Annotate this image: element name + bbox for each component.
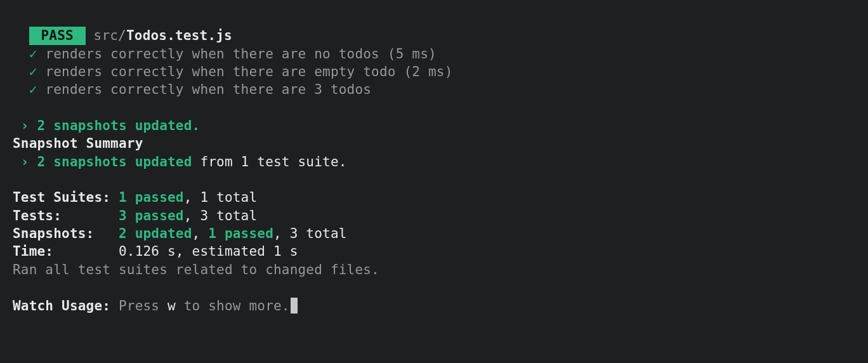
stat-value: 0.126 s, estimated 1 s — [119, 244, 298, 259]
test-results-list: ✓ renders correctly when there are no to… — [13, 45, 855, 99]
snapshots-updated-line: › 2 snapshots updated. — [13, 117, 855, 135]
stat-rest: , 1 total — [184, 190, 258, 205]
cursor-icon — [291, 298, 298, 313]
watch-rest: to show more. — [176, 298, 290, 314]
blank-line — [13, 171, 855, 188]
stat-rest: , 3 total — [184, 208, 258, 223]
test-timing: (2 ms) — [396, 64, 453, 79]
stat-label: Test Suites: — [13, 190, 119, 205]
stat-passed: 1 passed — [208, 226, 273, 241]
stat-label: Tests: — [13, 208, 119, 223]
test-result-row: ✓ renders correctly when there are no to… — [13, 45, 855, 63]
test-name: renders correctly when there are 3 todos — [45, 82, 371, 97]
stat-tests: Tests: 3 passed, 3 total — [13, 207, 855, 225]
test-result-row: ✓ renders correctly when there are 3 tod… — [13, 81, 855, 98]
snapshot-summary-label: Snapshot Summary — [13, 135, 855, 152]
stat-updated: 2 updated — [119, 226, 192, 241]
snapshot-updated-word: updated — [135, 154, 192, 169]
pass-badge: PASS — [29, 27, 86, 44]
file-path-name: Todos.test.js — [126, 28, 232, 43]
watch-label: Watch Usage: — [13, 298, 110, 314]
watch-usage-line[interactable]: Watch Usage: Press w to show more. — [13, 297, 855, 315]
test-result-row: ✓ renders correctly when there are empty… — [13, 63, 855, 81]
stat-rest: , 3 total — [273, 226, 347, 241]
snapshot-marker: › — [13, 118, 37, 133]
blank-line — [13, 279, 855, 296]
watch-press: Press — [110, 298, 168, 314]
test-file-header: PASS src/Todos.test.js — [13, 9, 855, 45]
file-path-prefix — [86, 28, 94, 43]
stat-passed: 1 passed — [119, 190, 184, 205]
blank-line — [13, 99, 855, 117]
test-timing: (5 ms) — [379, 46, 437, 62]
snapshot-marker: › — [13, 154, 37, 169]
check-icon: ✓ — [29, 46, 37, 62]
snapshot-suffix: from 1 test suite. — [192, 154, 347, 169]
test-name: renders correctly when there are empty t… — [45, 64, 395, 79]
stat-passed: 3 passed — [119, 208, 184, 223]
watch-key: w — [168, 298, 176, 314]
stat-time: Time: 0.126 s, estimated 1 s — [13, 242, 855, 260]
stat-label: Snapshots: — [13, 226, 119, 241]
ran-line: Ran all test suites related to changed f… — [13, 261, 855, 279]
stat-snapshots: Snapshots: 2 updated, 1 passed, 3 total — [13, 225, 855, 242]
snapshot-updated-text: 2 snapshots updated. — [37, 118, 201, 133]
file-path-dir: src/ — [94, 28, 126, 43]
snapshot-summary-detail: › 2 snapshots updated from 1 test suite. — [13, 153, 855, 171]
check-icon: ✓ — [29, 82, 37, 97]
stat-sep: , — [192, 226, 209, 241]
snapshot-count: 2 snapshots — [37, 154, 135, 169]
check-icon: ✓ — [29, 64, 37, 79]
test-name: renders correctly when there are no todo… — [45, 46, 379, 62]
stat-label: Time: — [13, 244, 119, 259]
stat-suites: Test Suites: 1 passed, 1 total — [13, 188, 855, 206]
